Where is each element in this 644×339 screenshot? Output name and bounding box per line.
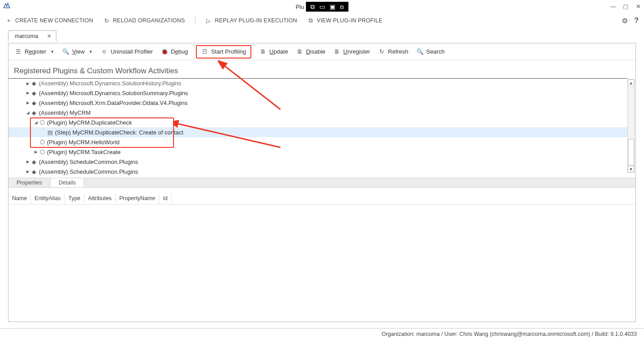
bug-icon: 🐞: [161, 48, 168, 55]
debug-button[interactable]: 🐞 Debug: [161, 48, 188, 55]
tree-row[interactable]: ▶◆(Assembly) Microsoft.Dynamics.Solution…: [8, 88, 627, 98]
tree-area: Registered Plugins & Custom Workflow Act…: [8, 60, 636, 178]
unregister-button[interactable]: 🗎 Unregister: [334, 48, 370, 55]
reload-organizations-button[interactable]: ↻ RELOAD ORGANIZATIONS: [103, 17, 185, 24]
search-button[interactable]: 🔍 Search: [416, 48, 445, 55]
view-label: View: [72, 48, 85, 55]
start-profiling-label: Start Profiling: [211, 48, 246, 55]
assembly-icon: ◆: [31, 159, 37, 165]
expander-icon[interactable]: ◢: [34, 120, 38, 125]
replay-execution-label: REPLAY PLUG-IN EXECUTION: [215, 17, 297, 24]
replay-execution-button[interactable]: ▷ REPLAY PLUG-IN EXECUTION: [205, 17, 297, 24]
expander-icon[interactable]: ▶: [25, 159, 30, 164]
close-button[interactable]: ✕: [635, 3, 641, 9]
create-connection-button[interactable]: ＋ CREATE NEW CONNECTION: [5, 17, 93, 24]
grid-column-header[interactable]: Type: [65, 194, 85, 204]
tree-row[interactable]: ⎔(Plugin) MyCRM.HelloWorld: [8, 137, 627, 147]
scroll-up-button[interactable]: ▲: [628, 80, 634, 86]
grid-column-header[interactable]: PropertyName: [116, 194, 160, 204]
settings-icon[interactable]: ⚙: [622, 17, 628, 25]
plugin-icon: ⎔: [39, 119, 45, 126]
tree-row-label: (Plugin) MyCRM.HelloWorld: [47, 139, 119, 146]
document-tab[interactable]: marcoma ✕: [8, 30, 56, 41]
tree-row[interactable]: ◢⎔(Plugin) MyCRM.DuplicateCheck: [8, 117, 627, 127]
expander-icon[interactable]: ▶: [25, 91, 30, 95]
expander-icon[interactable]: ▶: [34, 150, 38, 154]
scroll-down-button[interactable]: ▼: [628, 166, 634, 172]
close-tab-icon[interactable]: ✕: [47, 33, 51, 39]
tree-scrollbar[interactable]: ▲ ▼: [627, 79, 635, 173]
tab-properties[interactable]: Properties: [8, 178, 51, 187]
main-toolbar: ＋ CREATE NEW CONNECTION ↻ RELOAD ORGANIZ…: [0, 13, 644, 29]
uninstall-profiler-button[interactable]: ⎊ Uninstall Profiler: [101, 48, 153, 55]
expander-icon[interactable]: ▶: [25, 169, 30, 174]
grid-column-header[interactable]: EntityAlias: [31, 194, 64, 204]
help-icon[interactable]: ?: [634, 17, 639, 25]
tree-row[interactable]: ▶◆(Assembly) Microsoft.Xrm.DataProvider.…: [8, 98, 627, 108]
profiling-icon: ☶: [201, 48, 208, 55]
reload-organizations-label: RELOAD ORGANIZATIONS: [113, 17, 185, 24]
view-icon: 🔍: [62, 48, 69, 55]
unregister-label: Unregister: [343, 48, 370, 55]
assembly-icon: ◆: [31, 80, 37, 87]
step-icon: ▤: [47, 129, 53, 136]
window-title: Plu ⧉ ▭ ▣ ⧈: [296, 2, 348, 12]
tree-row[interactable]: ◢◆(Assembly) MyCRM: [8, 108, 627, 117]
document-tab-label: marcoma: [15, 33, 38, 39]
expander-icon[interactable]: ▶: [25, 81, 30, 86]
update-label: Update: [269, 48, 288, 55]
overlay-icon-3[interactable]: ▣: [330, 3, 335, 10]
assembly-icon: ◆: [31, 90, 37, 96]
status-bar: Organization: marcoma / User: Chris Wang…: [0, 328, 644, 339]
create-connection-label: CREATE NEW CONNECTION: [15, 17, 93, 24]
view-profile-button[interactable]: ⧉ VIEW PLUG-IN PROFILE: [307, 17, 382, 24]
profile-icon: ⧉: [307, 17, 314, 24]
overlay-icon-4[interactable]: ⧈: [340, 3, 344, 11]
tree-row[interactable]: ▶◆(Assembly) ScheduleCommon.Plugins: [8, 167, 627, 176]
tree-row-label: (Assembly) Microsoft.Dynamics.SolutionSu…: [39, 90, 188, 96]
tab-details[interactable]: Details: [51, 178, 84, 187]
unregister-icon: 🗎: [334, 48, 341, 55]
expander-icon[interactable]: ◢: [25, 110, 30, 115]
secondary-toolbar: ☰ Register ▼ 🔍 View ▼ ⎊ Uninstall Profil…: [8, 43, 636, 60]
tree-row-label: (Assembly) ScheduleCommon.Plugins: [39, 168, 138, 175]
chevron-down-icon: ▼: [50, 50, 54, 54]
app-logo-icon: [3, 2, 11, 11]
tree-view[interactable]: ▶◆(Assembly) Microsoft.Dynamics.Solution…: [8, 78, 627, 178]
tree-row[interactable]: ▶⎔(Plugin) MyCRM.TaskCreate: [8, 147, 627, 157]
tree-row[interactable]: ▶◆(Assembly) Microsoft.Dynamics.Solution…: [8, 78, 627, 88]
register-button[interactable]: ☰ Register ▼: [15, 48, 54, 55]
refresh-label: Refresh: [388, 48, 409, 55]
update-icon: 🗎: [259, 48, 267, 55]
search-icon: 🔍: [416, 48, 424, 55]
update-button[interactable]: 🗎 Update: [259, 48, 288, 55]
plus-icon: ＋: [5, 17, 13, 24]
details-grid: NameEntityAliasTypeAttributesPropertyNam…: [8, 188, 636, 322]
disable-label: Disable: [306, 48, 325, 55]
view-button[interactable]: 🔍 View ▼: [62, 48, 93, 55]
main-panel: ☰ Register ▼ 🔍 View ▼ ⎊ Uninstall Profil…: [8, 43, 636, 322]
refresh-button[interactable]: ↻ Refresh: [378, 48, 409, 55]
scroll-track[interactable]: [628, 86, 634, 166]
debug-label: Debug: [171, 48, 188, 55]
recording-overlay: ⧉ ▭ ▣ ⧈: [306, 2, 348, 12]
tree-row[interactable]: ▶◆(Assembly) ScheduleCommon.Plugins: [8, 157, 627, 167]
tree-row-label: (Assembly) ScheduleCommon.Plugins: [39, 159, 138, 165]
scroll-thumb[interactable]: [628, 139, 634, 166]
grid-column-header[interactable]: Attributes: [85, 194, 116, 204]
grid-column-header[interactable]: Id: [159, 194, 171, 204]
overlay-icon-1[interactable]: ⧉: [310, 3, 315, 11]
tree-row-label: (Step) MyCRM.DuplicateCheck: Create of c…: [55, 129, 183, 136]
bottom-tab-strip: Properties Details: [8, 178, 636, 188]
overlay-icon-2[interactable]: ▭: [319, 3, 325, 10]
maximize-button[interactable]: ▢: [623, 3, 629, 9]
minimize-button[interactable]: —: [610, 3, 616, 9]
tree-row-label: (Assembly) MyCRM: [39, 109, 91, 116]
expander-icon[interactable]: ▶: [25, 100, 30, 105]
tree-row-label: (Assembly) Microsoft.Xrm.DataProvider.Od…: [39, 100, 187, 106]
disable-button[interactable]: 🗎 Disable: [296, 48, 325, 55]
start-profiling-button[interactable]: ☶ Start Profiling: [196, 45, 251, 59]
disable-icon: 🗎: [296, 48, 303, 55]
grid-column-header[interactable]: Name: [8, 194, 31, 204]
tree-row[interactable]: ▤(Step) MyCRM.DuplicateCheck: Create of …: [8, 127, 627, 137]
